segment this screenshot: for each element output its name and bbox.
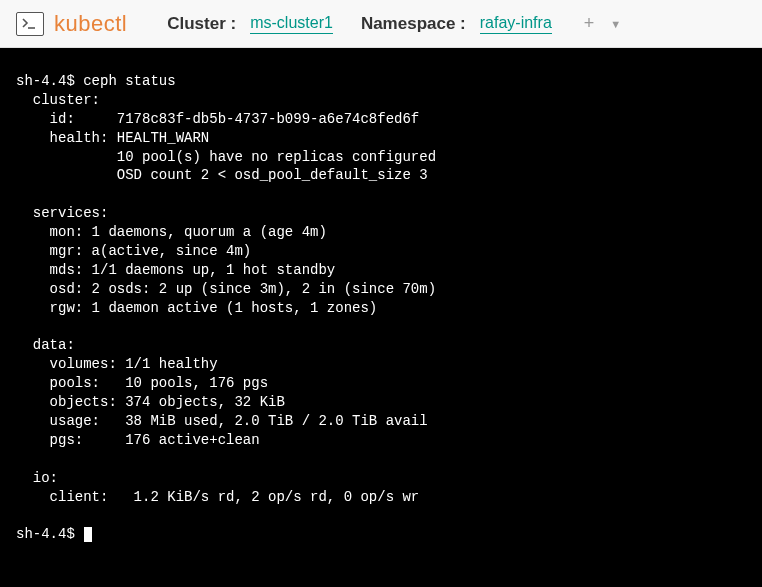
output-line bbox=[16, 451, 24, 467]
output-line: cluster: bbox=[16, 92, 100, 108]
output-line: usage: 38 MiB used, 2.0 TiB / 2.0 TiB av… bbox=[16, 413, 428, 429]
output-line: osd: 2 osds: 2 up (since 3m), 2 in (sinc… bbox=[16, 281, 436, 297]
output-line: health: HEALTH_WARN bbox=[16, 130, 209, 146]
output-line: services: bbox=[16, 205, 108, 221]
header-bar: kubectl Cluster : ms-cluster1 Namespace … bbox=[0, 0, 762, 48]
output-line: mds: 1/1 daemons up, 1 hot standby bbox=[16, 262, 335, 278]
output-line: pgs: 176 active+clean bbox=[16, 432, 260, 448]
output-line: id: 7178c83f-db5b-4737-b099-a6e74c8fed6f bbox=[16, 111, 419, 127]
chevron-down-icon[interactable]: ▼ bbox=[610, 18, 621, 30]
namespace-selector[interactable]: rafay-infra bbox=[480, 14, 552, 34]
output-line: OSD count 2 < osd_pool_default_size 3 bbox=[16, 167, 428, 183]
output-line bbox=[16, 507, 24, 523]
brand-label: kubectl bbox=[54, 11, 127, 37]
output-line: mgr: a(active, since 4m) bbox=[16, 243, 251, 259]
output-line: io: bbox=[16, 470, 58, 486]
cluster-label: Cluster : bbox=[167, 14, 236, 34]
output-line: client: 1.2 KiB/s rd, 2 op/s rd, 0 op/s … bbox=[16, 489, 419, 505]
output-line: data: bbox=[16, 337, 75, 353]
output-line: pools: 10 pools, 176 pgs bbox=[16, 375, 268, 391]
output-line: objects: 374 objects, 32 KiB bbox=[16, 394, 285, 410]
output-line bbox=[16, 319, 24, 335]
terminal-icon bbox=[16, 12, 44, 36]
output-line bbox=[16, 186, 24, 202]
terminal-output[interactable]: sh-4.4$ ceph status cluster: id: 7178c83… bbox=[0, 48, 762, 587]
namespace-label: Namespace : bbox=[361, 14, 466, 34]
prompt-line: sh-4.4$ bbox=[16, 526, 83, 542]
output-line: mon: 1 daemons, quorum a (age 4m) bbox=[16, 224, 327, 240]
cursor-icon bbox=[84, 527, 92, 542]
output-line: 10 pool(s) have no replicas configured bbox=[16, 149, 436, 165]
prompt-line: sh-4.4$ ceph status bbox=[16, 73, 176, 89]
cluster-selector[interactable]: ms-cluster1 bbox=[250, 14, 333, 34]
output-line: volumes: 1/1 healthy bbox=[16, 356, 218, 372]
add-icon[interactable]: + bbox=[584, 13, 595, 34]
output-line: rgw: 1 daemon active (1 hosts, 1 zones) bbox=[16, 300, 377, 316]
